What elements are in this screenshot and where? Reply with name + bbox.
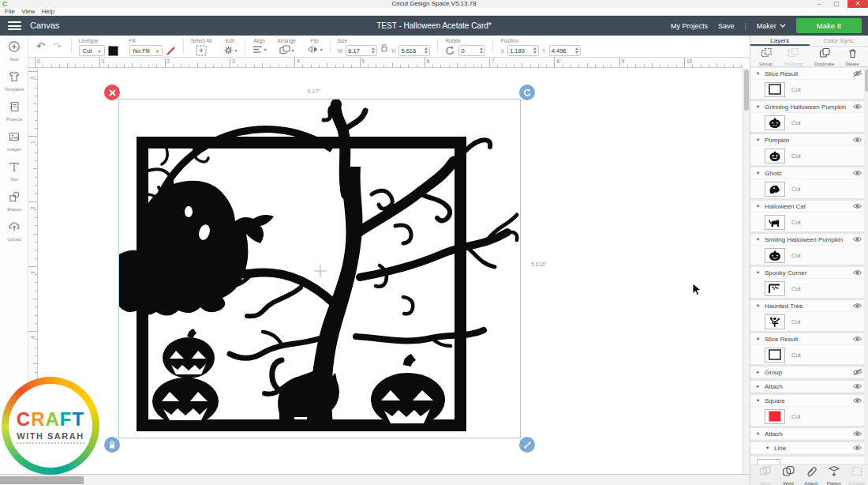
flatten-button[interactable]: Flatten (824, 465, 844, 485)
canvas-vertical-scrollbar[interactable] (743, 68, 750, 474)
caret-right-icon[interactable]: ▸ (757, 383, 765, 389)
layer-ghost[interactable]: ▾GhostCut (750, 167, 868, 198)
caret-down-icon[interactable]: ▾ (757, 170, 765, 176)
layer-haunted-tree[interactable]: ▾Haunted TreeCut (750, 300, 868, 331)
canvas-horizontal-scrollbar[interactable] (0, 474, 750, 485)
eye-icon[interactable] (852, 265, 862, 280)
fill-dropdown[interactable]: No Fill▾ (129, 45, 163, 56)
attach-button[interactable]: Attach (801, 465, 821, 485)
caret-down-icon[interactable]: ▾ (757, 203, 765, 209)
eye-icon[interactable] (852, 133, 862, 147)
caret-down-icon[interactable]: ▾ (766, 445, 774, 451)
eye-hidden-icon[interactable] (852, 68, 862, 81)
layer-group[interactable]: ▸Group (750, 367, 868, 378)
caret-down-icon[interactable]: ▾ (757, 236, 765, 242)
edit-tools-dropdown[interactable]: ▾ (223, 45, 238, 55)
sidebar-item-shapes[interactable]: Shapes (0, 186, 28, 216)
caret-down-icon[interactable]: ▾ (757, 269, 765, 276)
layer-thumbnail-pumpkin[interactable] (765, 149, 785, 164)
delete-button[interactable]: Delete (845, 47, 859, 66)
caret-down-icon[interactable]: ▾ (757, 336, 765, 342)
layer-attach[interactable]: ▸Attach (750, 381, 868, 393)
layer-slice-result[interactable]: ▾Slice ResultCut (750, 333, 868, 364)
halloween-design-artwork[interactable] (119, 100, 522, 439)
machine-select[interactable]: Maker (757, 22, 786, 30)
layer-slice-result[interactable]: ▾Slice ResultCut (750, 68, 868, 99)
sidebar-item-projects[interactable]: Projects (0, 96, 28, 126)
blank-canvas-row[interactable]: Blank Canvas (750, 457, 868, 464)
resize-handle[interactable] (519, 437, 535, 453)
layer-attach[interactable]: ▾Attach (750, 428, 868, 440)
layer-pumpkin[interactable]: ▾PumpkinCut (750, 134, 868, 165)
selection-bounding-box[interactable]: 6.17" 5.616" (118, 99, 521, 438)
aspect-lock-icon[interactable] (380, 43, 388, 53)
eye-icon[interactable] (852, 379, 862, 393)
layer-thumbnail-pumpkin-grinning[interactable] (765, 115, 785, 130)
menu-file[interactable]: File (5, 8, 15, 16)
layer-smiling-halloween-pumpkin[interactable]: ▾Smiling Halloween PumpkinCut (750, 234, 868, 265)
eye-icon[interactable] (852, 100, 862, 114)
layer-halloween-cat[interactable]: ▾Halloween CatCut (750, 201, 868, 231)
flip-dropdown[interactable]: ▾ (307, 45, 323, 54)
caret-down-icon[interactable]: ▾ (757, 303, 765, 309)
layer-spooky-corner[interactable]: ▾Spooky CornerCut (750, 267, 868, 298)
tab-color-sync[interactable]: Color Sync (810, 36, 868, 46)
layer-thumbnail-red-square[interactable] (765, 409, 785, 424)
minimize-button[interactable]: – (811, 0, 827, 8)
scrollbar-thumb[interactable] (744, 70, 749, 111)
save-link[interactable]: Save (718, 22, 735, 30)
arrange-dropdown[interactable]: ▾ (279, 45, 294, 55)
layer-thumbnail-ghost[interactable] (765, 182, 785, 197)
linetype-dropdown[interactable]: Cut▾ (79, 45, 105, 56)
duplicate-button[interactable]: Duplicate (814, 47, 834, 66)
rotate-input[interactable]: 0 (458, 45, 485, 56)
caret-down-icon[interactable]: ▾ (757, 397, 765, 404)
sidebar-item-templates[interactable]: Templates (0, 66, 28, 96)
panel-scrollbar[interactable] (864, 68, 868, 464)
caret-down-icon[interactable]: ▾ (757, 430, 765, 437)
maximize-button[interactable]: ▢ (829, 0, 844, 8)
menu-view[interactable]: View (21, 8, 35, 16)
layer-square[interactable]: ▾SquareCut (750, 395, 868, 426)
eye-icon[interactable] (852, 441, 862, 455)
sidebar-item-upload[interactable]: Upload (0, 216, 28, 246)
weld-button[interactable]: Weld (778, 465, 799, 485)
eye-icon[interactable] (852, 332, 862, 346)
rotate-handle[interactable] (519, 85, 535, 100)
sidebar-item-new[interactable]: New (0, 36, 28, 66)
menu-help[interactable]: Help (42, 8, 54, 16)
layer-thumbnail-cat[interactable] (765, 215, 785, 230)
position-x-input[interactable]: 1.189 (507, 45, 539, 56)
tab-layers[interactable]: Layers (750, 36, 810, 46)
group-button[interactable]: Group (759, 47, 773, 66)
close-button[interactable]: ✕ (847, 0, 868, 8)
delete-handle[interactable] (104, 85, 120, 100)
layer-thumbnail-square-outline[interactable] (765, 348, 785, 363)
eye-hidden-icon[interactable] (852, 365, 862, 379)
make-it-button[interactable]: Make It (796, 18, 862, 33)
caret-down-icon[interactable]: ▾ (757, 137, 765, 143)
layer-thumbnail-pumpkin-smiling[interactable] (765, 248, 785, 263)
sidebar-item-text[interactable]: Text (0, 156, 28, 186)
layer-thumbnail-square-outline[interactable] (765, 82, 785, 97)
layer-grinning-halloween-pumpkin[interactable]: ▾Grinning Halloween PumpkinCut (750, 101, 868, 132)
height-input[interactable]: 5.616 (398, 45, 430, 56)
caret-right-icon[interactable]: ▸ (757, 369, 765, 375)
eye-icon[interactable] (852, 166, 862, 180)
position-y-input[interactable]: 4.496 (549, 45, 581, 56)
layer-line[interactable]: ▾Line (750, 442, 868, 454)
undo-icon[interactable]: ↶ (36, 40, 45, 52)
caret-down-icon[interactable]: ▾ (757, 70, 765, 77)
eye-icon[interactable] (852, 199, 862, 213)
my-projects-link[interactable]: My Projects (671, 22, 708, 30)
select-all-icon[interactable] (196, 45, 207, 56)
eye-icon[interactable] (852, 299, 862, 313)
scrollbar-thumb[interactable] (0, 476, 84, 484)
linetype-color-swatch[interactable] (108, 46, 118, 56)
width-input[interactable]: 6.17 (346, 45, 377, 56)
lock-handle[interactable] (104, 437, 120, 453)
sidebar-item-images[interactable]: Images (0, 126, 28, 156)
eye-icon[interactable] (852, 393, 862, 408)
align-dropdown[interactable]: ▾ (253, 45, 267, 54)
caret-down-icon[interactable]: ▾ (757, 103, 765, 110)
